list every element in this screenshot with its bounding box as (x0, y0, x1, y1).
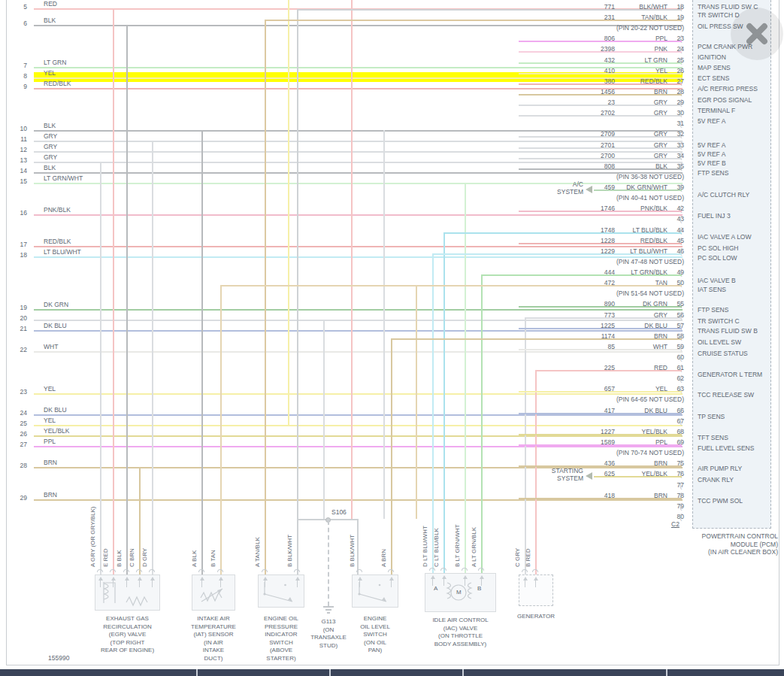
wire-line (34, 414, 683, 416)
pcm-signal-label: 5V REF A (698, 141, 725, 149)
component-pin-label: B BLK/WHT (349, 535, 356, 567)
left-pin-number: 27 (11, 441, 27, 448)
component-name-label: ENGINE OIL (236, 615, 326, 623)
pcm-signal-label: TCC PWM SOL (698, 497, 743, 505)
wire-line (519, 158, 682, 159)
wiring-diagram: 5RED6BLK7LT GRN8YEL9RED/BLK10BLK11GRY12G… (0, 0, 784, 676)
frame-bottom (6, 665, 779, 665)
component-pin-arrow (431, 575, 435, 579)
pin-not-used-note: (PIN 64-65 NOT USED) (526, 396, 684, 403)
component-pin-arrow (125, 577, 129, 581)
wire-line (519, 83, 682, 85)
component-name-label: SWITCH (330, 631, 420, 639)
component-name-label: (TOP RIGHT (83, 639, 173, 647)
wire-line-vertical (265, 20, 266, 574)
wire-line-vertical (126, 25, 128, 574)
pcm-signal-label: 5V REF B (698, 159, 726, 167)
pcm-signal-label: TR SWITCH C (698, 317, 740, 325)
wire-line (519, 94, 682, 95)
left-pin-number: 20 (11, 314, 27, 322)
component-pin-arrow (263, 577, 268, 581)
pcm-signal-label: PC SOL HIGH (698, 244, 738, 252)
component-name-label: (ON THROTTLE (416, 632, 506, 641)
iac-coil-b-label: B (477, 585, 481, 593)
iac-motor-label: M (456, 589, 462, 596)
close-button[interactable] (731, 8, 783, 60)
wire-line-vertical (100, 162, 101, 574)
pcm-signal-label: OIL LEVEL SW (698, 338, 741, 346)
component-pin-clip (110, 569, 116, 572)
component-pin-arrow (150, 577, 155, 581)
wire-line (519, 136, 682, 138)
component-name-label: PAN) (330, 647, 420, 655)
pcm-signal-label: TCC RELEASE SW (698, 391, 754, 399)
component-pin-arrow (219, 577, 223, 581)
pcm-signal-label: CRANK RLY (698, 476, 734, 484)
wire-line-vertical (297, 9, 298, 574)
component-pin-label: A LT GRN/BLK (471, 527, 477, 567)
component-pin-arrow (463, 575, 468, 579)
component-pin-label: D GRY (141, 548, 148, 567)
component-pin-clip (123, 569, 129, 572)
component-pin-arrow (295, 577, 300, 581)
left-pin-number: 11 (11, 135, 27, 143)
left-wire-color-label: PPL (44, 438, 56, 445)
pin-not-used-note: (PIN 20-22 NOT USED) (526, 24, 684, 32)
left-wire-color-label: YEL (44, 417, 56, 424)
component-name-label: (EGR) VALVE (83, 631, 173, 639)
pcm-signal-label: FTP SENS (698, 306, 728, 314)
pcm-signal-label: FUEL LEVEL SENS (698, 444, 754, 452)
pin-not-used-note: (PIN 47-48 NOT USED) (526, 258, 684, 265)
component-pin-arrow (480, 575, 484, 579)
left-pin-number: 21 (11, 325, 27, 332)
wire-line-vertical (288, 0, 289, 425)
component-pin-label: B LT GRN/WHT (454, 524, 461, 567)
wire-line (535, 370, 682, 371)
wire-line (519, 413, 682, 414)
pcm-signal-label: IGNITION (698, 53, 726, 61)
left-pin-number: 19 (11, 304, 27, 311)
left-pin-number: 15 (11, 177, 27, 185)
wire-line (594, 476, 682, 477)
wire-line (34, 446, 683, 447)
wire-line (519, 243, 682, 244)
pcm-name-label: MODULE (PCM) (661, 541, 778, 548)
left-wire-color-label: LT BLU/WHT (44, 248, 81, 256)
left-wire-color-label: DK GRN (44, 301, 68, 308)
pin-clip: ( (680, 216, 682, 223)
pcm-signal-label: TFT SENS (698, 434, 728, 441)
component-pin-clip (198, 569, 204, 572)
component-pin-label: C GRY (514, 548, 521, 567)
wire-line (34, 214, 683, 216)
component-pin-clip (136, 569, 142, 572)
component-name-label: (ON OIL (330, 639, 420, 647)
left-wire-color-label: BRN (44, 459, 57, 466)
pin-not-used-note: (PIN 36-38 NOT USED) (526, 173, 684, 180)
wire-line (481, 274, 682, 276)
wire-line (519, 306, 682, 308)
wire-line (443, 232, 682, 234)
component-pin-arrow (138, 577, 142, 581)
left-pin-number: 26 (11, 430, 27, 438)
component-name-label: (ABOVE (236, 647, 326, 655)
component-pin-clip (388, 569, 394, 572)
left-pin-number: 29 (11, 494, 27, 502)
left-pin-number: 18 (11, 251, 27, 259)
pcm-signal-label: GENERATOR L TERM (698, 371, 762, 378)
pcm-signal-label: MAP SENS (698, 64, 731, 71)
component-name-label: EXHAUST GAS (83, 615, 173, 623)
component-pin-arrow (389, 577, 394, 581)
component-pin-clip (262, 569, 268, 572)
pcm-signal-label: 5V REF A (698, 150, 725, 158)
sheet-number: 155990 (48, 654, 69, 662)
splice-label: S106 (331, 508, 347, 516)
pin-clip: ( (680, 418, 682, 426)
left-wire-color-label: RED (44, 0, 57, 8)
left-pin-number: 14 (11, 167, 27, 174)
component-pin-clip (532, 569, 538, 572)
footer-divider (196, 669, 198, 676)
component-pin-label: A GRY (OR GRY/BLK) (89, 507, 96, 567)
component-pin-arrow (523, 577, 528, 581)
ground-bar (327, 612, 330, 614)
wire-line (34, 467, 683, 468)
